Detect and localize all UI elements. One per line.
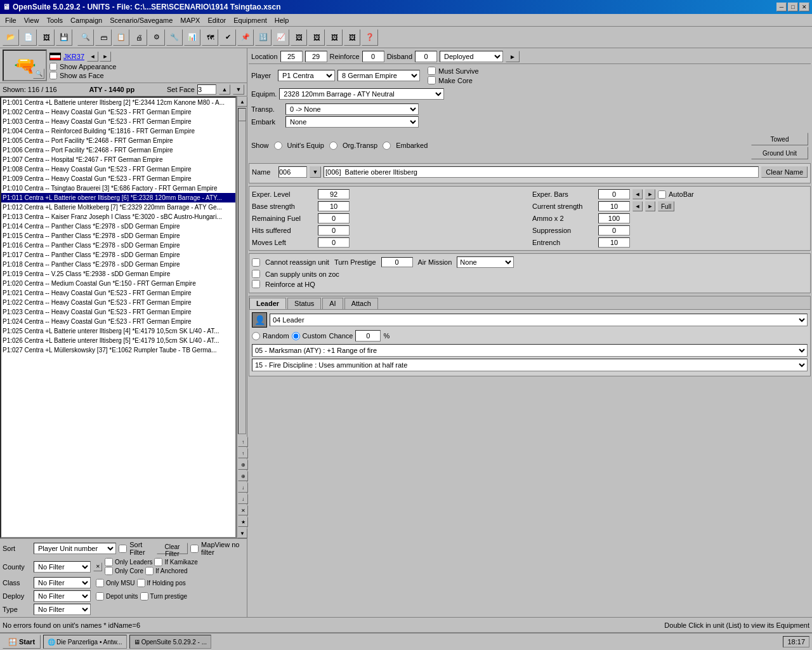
current-strength-input[interactable]	[598, 201, 630, 211]
embark-select[interactable]: None	[285, 116, 419, 128]
minimize-button[interactable]: ─	[776, 3, 787, 11]
custom-radio[interactable]	[292, 332, 300, 340]
sort-select[interactable]: Player Unit number	[34, 543, 116, 554]
menu-scenario[interactable]: Scenario/Savegame	[106, 15, 176, 25]
setface-input[interactable]	[197, 84, 216, 95]
list-btn-4[interactable]: ⊕	[238, 471, 248, 481]
unit-id-link[interactable]: JKR37	[63, 53, 84, 60]
hits-input[interactable]	[318, 225, 350, 235]
unit-list-row[interactable]: P1:014 Centra -- Panther Class *E:2978 -…	[1, 222, 235, 231]
tb-btn-10[interactable]: 🔧	[166, 29, 183, 46]
random-radio[interactable]	[252, 332, 260, 340]
unit-list-row[interactable]: P1:012 Centra +L Batterie Moltkeberg [7]…	[1, 202, 235, 212]
exper-bars-plus[interactable]: ►	[645, 189, 655, 199]
skill2-select[interactable]: 15 - Fire Discipline : Uses ammunition a…	[252, 359, 808, 371]
unit-list-row[interactable]: P1:011 Centra +L Batterie oberer Iltisbe…	[1, 193, 235, 202]
unit-list-row[interactable]: P1:005 Centra -- Port Facility *E:2468 -…	[1, 136, 235, 145]
only-leaders-checkbox[interactable]	[105, 558, 113, 566]
unit-list-row[interactable]: P1:022 Centra -- Heavy Coastal Gun *E:52…	[1, 298, 235, 307]
unit-list-row[interactable]: P1:025 Centra +L Batterie unterer Iltisb…	[1, 326, 235, 336]
tb-btn-18[interactable]: 🖼	[308, 29, 325, 46]
menu-help[interactable]: Help	[271, 15, 293, 25]
magnify-unit-btn[interactable]: 🔍	[33, 69, 44, 79]
tb-btn-11[interactable]: 📊	[184, 29, 200, 46]
list-btn-8[interactable]: ★	[238, 517, 248, 527]
list-btn-6[interactable]: ↓	[238, 494, 248, 504]
tb-btn-1[interactable]: 📂	[3, 29, 19, 46]
unit-list-row[interactable]: P1:018 Centra -- Panther Class *E:2978 -…	[1, 260, 235, 269]
setface-down[interactable]: ▼	[233, 84, 244, 95]
exper-bars-input[interactable]	[598, 189, 630, 199]
name-value-input[interactable]	[324, 166, 759, 178]
list-btn-3[interactable]: ⊕	[238, 460, 248, 470]
exper-bars-minus[interactable]: ◄	[632, 189, 643, 199]
tb-btn-8[interactable]: 🖨	[131, 29, 147, 46]
reinforce-hq-checkbox[interactable]	[252, 280, 260, 288]
tb-btn-19[interactable]: 🖼	[326, 29, 343, 46]
maximize-button[interactable]: □	[788, 3, 798, 11]
clear-name-btn[interactable]: Clear Name	[761, 166, 808, 178]
tb-btn-9[interactable]: ⚙	[148, 29, 165, 46]
setface-up[interactable]: ▲	[219, 84, 230, 95]
reinforce-input[interactable]	[362, 51, 384, 62]
can-supply-checkbox[interactable]	[252, 270, 260, 278]
ammo-input[interactable]	[598, 213, 630, 223]
turn-prestige-input[interactable]	[381, 257, 413, 267]
status-select[interactable]: Deployed	[440, 51, 503, 62]
base-strength-input[interactable]	[318, 201, 350, 211]
unit-list-row[interactable]: P1:026 Centra +L Batterie unterer Iltisb…	[1, 336, 235, 345]
list-btn-2[interactable]: ↑	[238, 448, 248, 458]
towed-btn[interactable]: Towed	[751, 133, 808, 145]
chance-input[interactable]	[355, 330, 381, 342]
tb-btn-3[interactable]: 🖼	[38, 29, 55, 46]
unit-list-row[interactable]: P1:023 Centra -- Heavy Coastal Gun *E:52…	[1, 307, 235, 317]
tb-btn-17[interactable]: 🖼	[291, 29, 307, 46]
unit-list-row[interactable]: P1:019 Centra -- V.25 Class *E:2938 - sD…	[1, 269, 235, 279]
unit-list-row[interactable]: P1:021 Centra -- Heavy Coastal Gun *E:52…	[1, 288, 235, 298]
unit-list-row[interactable]: P1:024 Centra -- Heavy Coastal Gun *E:52…	[1, 317, 235, 326]
if-kamikaze-checkbox[interactable]	[154, 558, 162, 566]
tb-btn-13[interactable]: ✔	[219, 29, 236, 46]
unit-list-row[interactable]: P1:010 Centra -- Tsingtao Brauerei [3] *…	[1, 183, 235, 193]
menu-mapx[interactable]: MAPX	[176, 15, 204, 25]
taskbar-item-1[interactable]: 🌐 Die Panzerliga • Antw...	[43, 635, 127, 649]
name-id-input[interactable]	[278, 166, 307, 178]
start-button[interactable]: 🪟 Start	[3, 635, 41, 649]
depot-units-checkbox[interactable]	[96, 592, 104, 600]
nav-right-btn[interactable]: ►	[100, 51, 111, 62]
only-msu-checkbox[interactable]	[96, 579, 104, 587]
ground-unit-btn[interactable]: Ground Unit	[751, 147, 808, 159]
location-go-btn[interactable]: ►	[506, 51, 520, 62]
close-button[interactable]: ✕	[799, 3, 809, 11]
menu-view[interactable]: View	[20, 15, 43, 25]
tab-ai[interactable]: AI	[322, 298, 343, 309]
sort-filter-checkbox[interactable]	[119, 545, 127, 553]
menu-file[interactable]: File	[1, 15, 20, 25]
show-as-face-checkbox[interactable]	[49, 72, 57, 79]
unit-list-row[interactable]: P1:004 Centra -- Reinforced Building *E:…	[1, 126, 235, 136]
unit-list-row[interactable]: P1:002 Centra -- Heavy Coastal Gun *E:52…	[1, 107, 235, 117]
remaining-fuel-input[interactable]	[318, 213, 350, 223]
unit-list-row[interactable]: P1:007 Centra -- Hospital *E:2467 - FRT …	[1, 155, 235, 164]
equip-select[interactable]: 2328 120mm Barrage - ATY Neutral	[279, 88, 444, 100]
tb-btn-6[interactable]: 🗃	[95, 29, 112, 46]
unit-list-row[interactable]: P1:020 Centra -- Medium Coastal Gun *E:1…	[1, 279, 235, 288]
location-y[interactable]	[305, 51, 327, 62]
unit-list-row[interactable]: P1:008 Centra -- Heavy Coastal Gun *E:52…	[1, 164, 235, 174]
unit-list-row[interactable]: P1:017 Centra -- Panther Class *E:2978 -…	[1, 250, 235, 260]
class-select[interactable]: No Filter	[34, 577, 91, 588]
list-btn-1[interactable]: ↑	[238, 437, 248, 447]
unit-list-row[interactable]: P1:015 Centra -- Panther Class *E:2978 -…	[1, 231, 235, 241]
unit-list-row[interactable]: P1:006 Centra -- Port Facility *E:2468 -…	[1, 145, 235, 155]
tb-btn-14[interactable]: 📌	[237, 29, 254, 46]
tb-btn-2[interactable]: 📄	[20, 29, 37, 46]
type-select[interactable]: No Filter	[34, 604, 91, 615]
tab-attach[interactable]: Attach	[344, 298, 378, 309]
disband-input[interactable]	[415, 51, 437, 62]
list-scroll-down[interactable]: ▼	[237, 528, 247, 538]
tb-btn-16[interactable]: 📈	[273, 29, 289, 46]
transp-select[interactable]: 0 -> None	[285, 103, 419, 115]
menu-equipment[interactable]: Equipment	[230, 15, 271, 25]
tb-btn-5[interactable]: 🔍	[77, 29, 94, 46]
unit-list[interactable]: P1:001 Centra +L Batterie unterer Iltisb…	[0, 96, 237, 538]
